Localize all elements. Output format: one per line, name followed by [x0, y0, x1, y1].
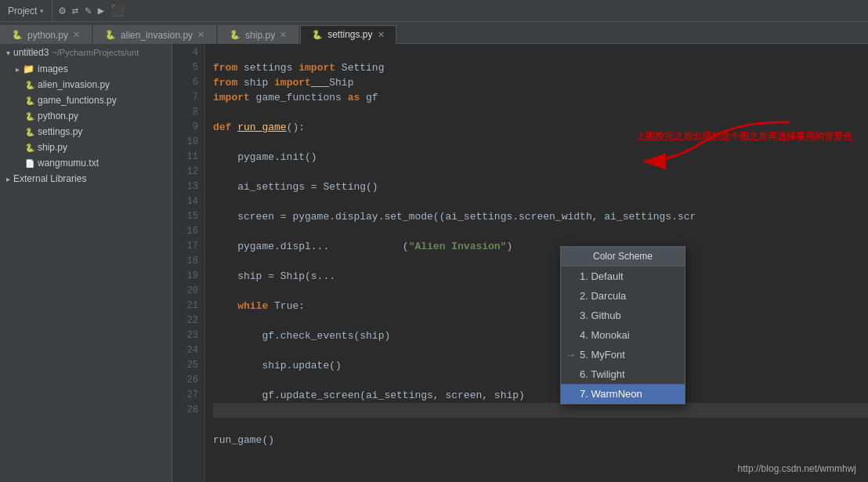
menu-item-github[interactable]: 3. Github [561, 306, 685, 325]
settings-py-icon: 🐍 [25, 128, 34, 136]
line-numbers: 4 5 6 7 8 9 10 11 12 13 14 15 16 17 18 1… [172, 44, 205, 482]
code-line-18: ship = Ship(s... [213, 270, 335, 282]
menu-item-myfont-label: 5. MyFont [580, 349, 625, 361]
code-area: 4 5 6 7 8 9 10 11 12 13 14 15 16 17 18 1… [172, 44, 868, 482]
python-file-icon: 🐍 [12, 30, 23, 40]
code-line-10: pygame.init() [213, 151, 317, 163]
menu-item-monokai[interactable]: 4. Monokai [561, 325, 685, 345]
tab-python-label: python.py [27, 30, 68, 41]
sidebar-item-game-functions[interactable]: 🐍 game_functions.py [0, 92, 172, 108]
tab-settings[interactable]: 🐍 settings.py ✕ [300, 25, 396, 44]
tab-alien-invasion-label: alien_invasion.py [121, 30, 193, 41]
code-line-14: screen = pygame.display.set_mode((ai_set… [213, 211, 696, 223]
images-expand-icon: ▸ [16, 65, 20, 74]
menu-item-myfont[interactable]: 5. MyFont [561, 345, 685, 364]
sidebar: ▾ untitled3 ~/PycharmProjects/unt ▸ 📁 im… [0, 44, 172, 482]
watermark: http://blog.csdn.net/wmmhwj [738, 463, 856, 474]
menu-item-darcula[interactable]: 2. Darcula [561, 286, 685, 306]
code-line-12: ai_settings = Setting() [213, 181, 378, 193]
tab-ship-label: ship.py [245, 30, 275, 41]
code-line-13 [213, 196, 219, 208]
project-expand-arrow: ▾ [6, 49, 10, 57]
code-line-6: import game_functions as gf [213, 92, 378, 103]
menu-item-twilight[interactable]: 6. Twilight [561, 364, 685, 384]
sidebar-item-images[interactable]: ▸ 📁 images [0, 61, 172, 77]
game-functions-py-icon: 🐍 [25, 96, 34, 105]
tab-ship[interactable]: 🐍 ship.py ✕ [218, 25, 298, 44]
alien-invasion-label: alien_invasion.py [38, 79, 110, 90]
sidebar-item-external-libraries[interactable]: ▸ External Libraries [0, 171, 172, 187]
color-scheme-menu: Color Scheme 1. Default 2. Darcula 3. Gi… [560, 246, 685, 404]
toolbar-icon-3[interactable]: ✎ [83, 2, 92, 19]
tab-python-close[interactable]: ✕ [73, 30, 80, 40]
code-line-4: from settings import Setting [213, 62, 384, 74]
tab-alien-invasion[interactable]: 🐍 alien_invasion.py ✕ [93, 25, 216, 44]
code-line-17 [213, 255, 219, 267]
ship-py-icon: 🐍 [25, 143, 34, 152]
ship-file-icon: 🐍 [230, 30, 241, 40]
toolbar-icons: ⚙ ⇄ ✎ ▶ ⬛ [52, 2, 130, 19]
top-bar: Project ▾ ⚙ ⇄ ✎ ▶ ⬛ [0, 0, 868, 22]
alien-file-icon: 🐍 [105, 30, 116, 40]
sidebar-project[interactable]: ▾ untitled3 ~/PycharmProjects/unt [0, 44, 172, 61]
project-name: untitled3 [13, 47, 49, 58]
code-line-26: gf.update_screen(ai_settings, screen, sh… [213, 390, 525, 401]
wangmumu-label: wangmumu.txt [38, 158, 99, 169]
tab-ship-close[interactable]: ✕ [280, 30, 287, 40]
code-line-28: run_game() [213, 434, 274, 446]
code-lines-container: 4 5 6 7 8 9 10 11 12 13 14 15 16 17 18 1… [172, 44, 868, 482]
menu-item-twilight-label: 6. Twilight [580, 368, 625, 380]
menu-item-github-label: 3. Github [580, 310, 621, 321]
sidebar-item-python[interactable]: 🐍 python.py [0, 108, 172, 124]
code-line-22: gf.check_events(ship) [213, 330, 390, 342]
images-folder-icon: 📁 [23, 63, 34, 74]
menu-item-default[interactable]: 1. Default [561, 266, 685, 286]
toolbar-icon-4[interactable]: ▶ [96, 2, 106, 19]
menu-item-darcula-label: 2. Darcula [580, 290, 626, 302]
sidebar-item-wangmumu[interactable]: 📄 wangmumu.txt [0, 155, 172, 171]
sidebar-item-settings[interactable]: 🐍 settings.py [0, 124, 172, 140]
tab-python[interactable]: 🐍 python.py ✕ [0, 25, 92, 44]
tabs-bar: 🐍 python.py ✕ 🐍 alien_invasion.py ✕ 🐍 sh… [0, 22, 868, 44]
code-line-9 [213, 136, 219, 148]
code-line-11 [213, 166, 219, 178]
python-py-icon: 🐍 [25, 112, 34, 121]
code-content[interactable]: from settings import Setting from ship i… [205, 44, 868, 482]
project-path: ~/PycharmProjects/unt [52, 48, 139, 57]
ext-lib-expand-icon: ▸ [6, 175, 10, 183]
toolbar-icon-1[interactable]: ⚙ [57, 2, 67, 19]
toolbar-icon-5[interactable]: ⬛ [109, 2, 125, 19]
code-line-15 [213, 226, 219, 237]
code-line-19 [213, 285, 219, 297]
project-dropdown[interactable]: Project ▾ [0, 0, 52, 21]
wangmumu-txt-icon: 📄 [25, 159, 34, 168]
chevron-down-icon: ▾ [40, 7, 44, 15]
ship-label: ship.py [38, 142, 67, 153]
tab-alien-close[interactable]: ✕ [197, 30, 204, 40]
code-line-8: def run_game(): [213, 121, 305, 133]
sidebar-item-ship[interactable]: 🐍 ship.py [0, 140, 172, 155]
code-line-27 [213, 403, 868, 418]
menu-item-warmneon[interactable]: 7. WarmNeon [561, 384, 685, 404]
alien-py-icon: 🐍 [25, 81, 34, 89]
tab-settings-close[interactable]: ✕ [378, 30, 385, 40]
color-scheme-menu-title: Color Scheme [561, 247, 685, 266]
code-line-7 [213, 107, 219, 118]
tab-settings-label: settings.py [327, 29, 372, 40]
code-line-21 [213, 315, 219, 327]
menu-item-monokai-label: 4. Monokai [580, 329, 630, 341]
code-line-23 [213, 345, 219, 357]
code-line-16: pygame.displ... ("Alien Invasion") [213, 241, 512, 252]
settings-label: settings.py [38, 126, 82, 137]
project-label: Project [8, 5, 37, 16]
python-label: python.py [38, 111, 78, 121]
sidebar-item-alien-invasion[interactable]: 🐍 alien_invasion.py [0, 77, 172, 92]
external-libraries-label: External Libraries [13, 173, 86, 184]
toolbar-icon-2[interactable]: ⇄ [71, 2, 80, 19]
settings-file-icon: 🐍 [312, 30, 323, 40]
code-line-25 [213, 375, 219, 386]
code-line-5: from ship import___Ship [213, 77, 353, 89]
menu-item-default-label: 1. Default [580, 270, 624, 282]
main-layout: ▾ untitled3 ~/PycharmProjects/unt ▸ 📁 im… [0, 44, 868, 482]
code-line-20: while True: [213, 300, 305, 312]
